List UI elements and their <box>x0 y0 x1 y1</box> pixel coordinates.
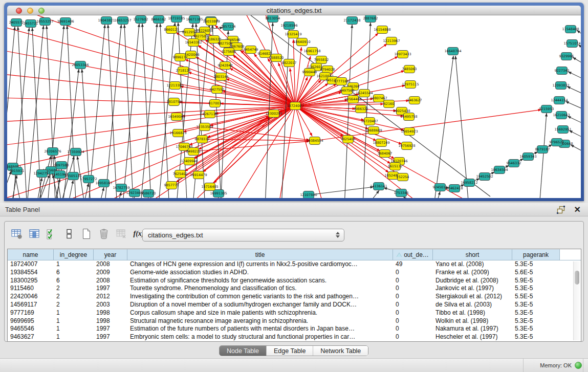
selection-mode-icon[interactable] <box>46 228 58 240</box>
node-label: 9242848 <box>218 63 233 68</box>
table-cell: Tourette syndrome. Phenomenology and cla… <box>127 285 393 293</box>
column-header-title[interactable]: title <box>127 249 393 260</box>
network-canvas[interactable]: 2405572245572110553257306914061904382110… <box>7 15 581 198</box>
node-label: 10719185 <box>168 16 185 20</box>
table-row[interactable]: 911546021997Tourette syndrome. Phenomeno… <box>8 285 581 293</box>
network-graph[interactable]: 2405572245572110553257306914061904382110… <box>7 15 581 198</box>
table-panel-title: Table Panel <box>5 206 40 213</box>
node-label: 9146821 <box>258 52 273 56</box>
table-row[interactable]: 946554611997Estimation of the future num… <box>8 325 581 333</box>
node-label: 13505135 <box>64 174 81 178</box>
table-cell: Structural magnetic resonance image aver… <box>127 317 393 325</box>
network-window-titlebar[interactable]: citations_edges.txt <box>7 6 581 15</box>
node-label: 9990448 <box>302 70 317 74</box>
table-cell: 5.3E-5 <box>512 301 560 309</box>
node-label: 19756928 <box>398 144 415 148</box>
node-label: 8822017 <box>282 61 297 65</box>
table-row[interactable]: 1456911722003Disruption of a novel membe… <box>8 301 581 309</box>
delete-column-icon[interactable] <box>98 228 110 240</box>
column-header-name[interactable]: name <box>8 249 54 260</box>
table-cell: Disruption of a novel member of a sodium… <box>127 301 393 309</box>
node-label: 19218596 <box>280 24 297 28</box>
node-label: 16782759 <box>113 186 129 190</box>
row-height-icon[interactable] <box>63 228 75 240</box>
node-label: 9329966 <box>559 54 574 58</box>
sort-ascending-icon <box>397 253 402 257</box>
table-cell: 1997 <box>94 333 127 341</box>
table-cell: 9465546 <box>8 325 54 333</box>
node-label: 817003 <box>209 101 222 105</box>
table-cell: 2 <box>54 293 94 301</box>
node-label: 1753346 <box>394 191 409 195</box>
tab-edge-table[interactable]: Edge Table <box>267 346 313 356</box>
tab-network-table[interactable]: Network Table <box>313 346 368 356</box>
node-label: 9857771 <box>164 183 179 187</box>
close-panel-icon[interactable]: ✕ <box>574 205 581 214</box>
node-label: 12107840 <box>300 193 317 197</box>
network-window-title: citations_edges.txt <box>7 7 581 14</box>
node-label: 15692951 <box>554 127 571 132</box>
table-cell: 0 <box>393 269 433 277</box>
column-header-in_degree[interactable]: in_degree <box>54 249 94 260</box>
node-label: 18226058 <box>196 29 213 33</box>
delete-table-icon[interactable] <box>115 228 127 240</box>
table-row[interactable]: 969969511998Structural magnetic resonanc… <box>8 317 581 325</box>
table-scrollbar[interactable] <box>573 261 580 340</box>
table-cell: 5.3E-5 <box>512 317 560 325</box>
new-column-icon[interactable] <box>80 228 93 240</box>
table-cell: 5.3E-5 <box>512 285 560 293</box>
column-visibility-icon[interactable] <box>28 228 40 240</box>
column-header-pagerank[interactable]: pagerank <box>512 249 560 260</box>
table-row[interactable]: 1938455462009Genome-wide association stu… <box>8 269 581 277</box>
node-label: 15495758 <box>400 115 417 119</box>
table-mode-icon[interactable] <box>11 228 23 240</box>
node-label: 2455721 <box>24 21 38 26</box>
node-label: 8679187 <box>535 147 550 151</box>
table-cell: 9777169 <box>8 309 54 317</box>
table-row[interactable]: 2242004622012Investigating the contribut… <box>8 293 581 301</box>
table-cell: 0 <box>393 277 433 285</box>
node-label: 2405572 <box>9 20 24 25</box>
float-window-icon[interactable] <box>557 206 565 214</box>
node-label: 18300295 <box>265 112 282 116</box>
node-label: 14136141 <box>370 184 387 188</box>
column-header-out_de[interactable]: out_de… <box>393 249 433 260</box>
table-cell: 6 <box>54 269 94 277</box>
node-label: 16059343 <box>519 155 536 159</box>
table-cell: 22420046 <box>8 293 54 301</box>
table-cell: 5.3E-5 <box>512 325 560 333</box>
node-label: 3684067 <box>378 151 393 156</box>
node-label: 16914479 <box>190 173 207 177</box>
node-label: 17359924 <box>67 150 84 154</box>
table-panel-body: f(x) citations_edges.txt namein_degreeye… <box>0 216 588 358</box>
node-label: 12093832 <box>552 83 569 87</box>
node-label: 8267130 <box>203 112 217 116</box>
table-cell: 1997 <box>94 325 127 333</box>
table-scrollbar-thumb[interactable] <box>575 271 579 285</box>
network-table-selector[interactable]: citations_edges.txt <box>142 229 344 242</box>
node-label: 12444154 <box>551 98 568 102</box>
node-label: 18724007 <box>287 104 303 108</box>
node-label: 12353584 <box>196 125 213 129</box>
table-row[interactable]: 1872400712008Changes of HCN gene express… <box>8 260 581 269</box>
node-label: 1527602 <box>134 17 148 21</box>
node-label: 17957272 <box>80 177 97 181</box>
table-cell: 0 <box>393 309 433 317</box>
node-label: 6497568 <box>340 89 355 93</box>
node-label: 9227343 <box>555 69 570 73</box>
node-label: 10973433 <box>394 52 411 56</box>
table-cell: de Silva et al. (2003) <box>433 301 512 309</box>
table-body[interactable]: 1872400712008Changes of HCN gene express… <box>8 260 581 341</box>
node-label: 10553257 <box>36 19 53 24</box>
tab-node-table[interactable]: Node Table <box>220 346 267 356</box>
node-label: 2887682 <box>363 16 378 20</box>
table-row[interactable]: 1830029562008Estimation of significance … <box>8 277 581 285</box>
table-row[interactable]: 977716911998Corpus callosum shape and si… <box>8 309 581 317</box>
memory-ok-icon <box>575 362 582 369</box>
table-header-row: namein_degreeyeartitleout_de…shortpagera… <box>8 249 581 260</box>
column-header-short[interactable]: short <box>433 249 512 260</box>
column-header-year[interactable]: year <box>94 249 127 260</box>
table-row[interactable]: 946362711997Embryonic stem cells: a mode… <box>8 333 581 341</box>
table-cell: 9463627 <box>8 333 54 341</box>
node-label: 12942757 <box>33 171 50 176</box>
